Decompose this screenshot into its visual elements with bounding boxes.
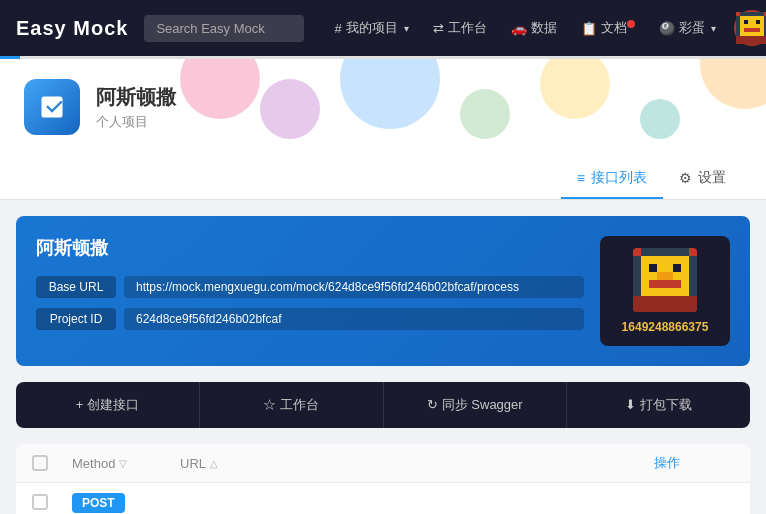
brand-logo: Easy Mock xyxy=(16,17,128,40)
action-bar: + 创建接口 ☆ 工作台 ↻ 同步 Swagger ⬇ 打包下载 xyxy=(16,382,750,428)
api-table: Method ▽ URL △ 操作 POST xyxy=(16,444,750,514)
nav-menu: # 我的项目 ▾ ⇄ 工作台 🚗 数据 📋 文档 🎱 彩蛋 ▾ xyxy=(324,13,725,43)
project-icon xyxy=(24,79,80,135)
method-badge: POST xyxy=(72,493,125,513)
svg-rect-18 xyxy=(657,272,673,280)
svg-rect-5 xyxy=(736,36,766,44)
svg-rect-17 xyxy=(689,256,697,296)
project-text: 阿斯顿撒 个人项目 xyxy=(96,84,176,131)
url-header-label: URL xyxy=(180,456,206,471)
workbench-button[interactable]: ☆ 工作台 xyxy=(200,382,384,428)
table-row: POST xyxy=(16,483,750,514)
method-sort-icon[interactable]: ▽ xyxy=(119,458,127,469)
navbar-right: ▾ xyxy=(734,10,766,46)
tab-settings[interactable]: ⚙ 设置 xyxy=(663,159,742,199)
project-id-label: Project ID xyxy=(36,308,116,330)
col-header-ops: 操作 xyxy=(654,454,734,472)
col-header-method: Method ▽ xyxy=(72,456,172,471)
col-header-checkbox xyxy=(32,455,64,471)
user-pixel-avatar xyxy=(633,248,697,312)
project-banner: 阿斯顿撒 个人项目 xyxy=(0,59,766,159)
docs-badge xyxy=(627,20,635,28)
nav-item-easter-egg[interactable]: 🎱 彩蛋 ▾ xyxy=(649,13,726,43)
data-icon: 🚗 xyxy=(511,21,527,36)
method-cell: POST xyxy=(72,493,172,511)
search-input[interactable] xyxy=(144,15,304,42)
svg-rect-14 xyxy=(633,296,697,312)
nav-item-docs[interactable]: 📋 文档 xyxy=(571,13,645,43)
project-info: 阿斯顿撒 个人项目 xyxy=(24,79,742,151)
row-checkbox xyxy=(32,494,64,510)
project-name: 阿斯顿撒 xyxy=(96,84,176,111)
chevron-down-icon: ▾ xyxy=(404,23,409,34)
create-api-button[interactable]: + 创建接口 xyxy=(16,382,200,428)
navbar: Easy Mock # 我的项目 ▾ ⇄ 工作台 🚗 数据 📋 文档 🎱 彩蛋 … xyxy=(0,0,766,56)
svg-rect-15 xyxy=(641,248,689,256)
method-header-label: Method xyxy=(72,456,115,471)
base-url-row: Base URL https://mock.mengxuegu.com/mock… xyxy=(36,276,584,298)
tab-api-list[interactable]: ≡ 接口列表 xyxy=(561,159,663,199)
sync-swagger-button[interactable]: ↻ 同步 Swagger xyxy=(384,382,568,428)
user-number: 1649248866375 xyxy=(622,320,709,334)
easter-egg-icon: 🎱 xyxy=(659,21,675,36)
settings-icon: ⚙ xyxy=(679,170,692,186)
base-url-label: Base URL xyxy=(36,276,116,298)
svg-rect-2 xyxy=(744,20,748,24)
hash-icon: # xyxy=(334,21,341,36)
svg-rect-6 xyxy=(740,12,764,16)
nav-label-docs: 文档 xyxy=(601,19,627,37)
tab-api-list-label: 接口列表 xyxy=(591,169,647,187)
tabs-row: ≡ 接口列表 ⚙ 设置 xyxy=(0,159,766,200)
nav-item-workbench[interactable]: ⇄ 工作台 xyxy=(423,13,497,43)
ops-header-label: 操作 xyxy=(654,454,680,472)
nav-label-easter-egg: 彩蛋 xyxy=(679,19,705,37)
select-all-checkbox[interactable] xyxy=(32,455,48,471)
svg-rect-13 xyxy=(649,280,681,288)
svg-rect-4 xyxy=(744,28,760,32)
project-id-row: Project ID 624d8ce9f56fd246b02bfcaf xyxy=(36,308,584,330)
svg-rect-12 xyxy=(673,264,681,272)
svg-rect-11 xyxy=(649,264,657,272)
project-id-value[interactable]: 624d8ce9f56fd246b02bfcaf xyxy=(124,308,584,330)
project-card-left: 阿斯顿撒 Base URL https://mock.mengxuegu.com… xyxy=(36,236,584,346)
nav-label-workbench: 工作台 xyxy=(448,19,487,37)
project-card: 阿斯顿撒 Base URL https://mock.mengxuegu.com… xyxy=(16,216,750,366)
svg-rect-1 xyxy=(740,16,764,36)
download-button[interactable]: ⬇ 打包下载 xyxy=(567,382,750,428)
svg-rect-16 xyxy=(633,256,641,296)
svg-rect-3 xyxy=(756,20,760,24)
chevron-down-icon-easter: ▾ xyxy=(711,23,716,34)
project-card-right: 1649248866375 xyxy=(600,236,730,346)
project-card-title: 阿斯顿撒 xyxy=(36,236,584,260)
tab-settings-label: 设置 xyxy=(698,169,726,187)
row-select-checkbox[interactable] xyxy=(32,494,48,510)
url-sort-icon[interactable]: △ xyxy=(210,458,218,469)
user-avatar[interactable] xyxy=(734,10,766,46)
svg-rect-7 xyxy=(736,16,740,36)
nav-item-data[interactable]: 🚗 数据 xyxy=(501,13,567,43)
base-url-value[interactable]: https://mock.mengxuegu.com/mock/624d8ce9… xyxy=(124,276,584,298)
nav-label-data: 数据 xyxy=(531,19,557,37)
api-list-icon: ≡ xyxy=(577,170,585,186)
col-header-url: URL △ xyxy=(180,456,646,471)
nav-item-my-projects[interactable]: # 我的项目 ▾ xyxy=(324,13,418,43)
project-type: 个人项目 xyxy=(96,113,176,131)
docs-icon: 📋 xyxy=(581,21,597,36)
table-header: Method ▽ URL △ 操作 xyxy=(16,444,750,483)
nav-label-my-projects: 我的项目 xyxy=(346,19,398,37)
workbench-icon: ⇄ xyxy=(433,21,444,36)
